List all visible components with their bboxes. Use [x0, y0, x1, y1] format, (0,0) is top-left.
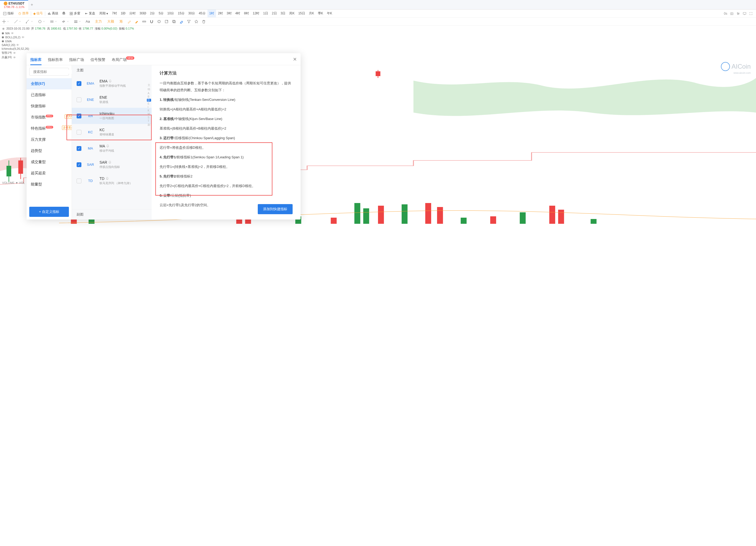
winrate-button[interactable]: 胜率: [16, 10, 31, 17]
pen-icon[interactable]: [127, 19, 131, 24]
eraser-icon[interactable]: [179, 19, 184, 24]
sidebar-market-index[interactable]: 市场指数PRO风向标: [27, 112, 72, 123]
interval-45分[interactable]: 45分: [197, 10, 207, 17]
replay-button[interactable]: 复盘: [82, 10, 97, 17]
indicator-item-kc[interactable]: KC KC 肯特纳通道: [72, 124, 152, 140]
filter-icon[interactable]: [187, 19, 191, 24]
interval-2时[interactable]: 2时: [216, 10, 225, 17]
interval-3日[interactable]: 3日: [279, 10, 288, 17]
indicator-item-sar[interactable]: SAR SAR 停损点指向指标: [72, 156, 152, 173]
interval-1时[interactable]: 1时: [207, 10, 216, 17]
svg-rect-18: [158, 20, 160, 23]
interval-分时[interactable]: 分时: [127, 10, 138, 17]
plan-button[interactable]: 筹: [118, 19, 124, 24]
shape-tool-icon[interactable]: [38, 19, 42, 24]
sidebar-featured[interactable]: 特色指标PRO多维看盘: [27, 123, 72, 134]
favorite-icon[interactable]: [194, 19, 198, 24]
monitor-icon[interactable]: [743, 12, 746, 15]
interval-15日[interactable]: 15日: [296, 10, 307, 17]
sidebar-quick[interactable]: 快捷指标: [27, 101, 72, 112]
add-to-quick-button[interactable]: 添加到快捷指标: [258, 204, 293, 214]
interval-周K[interactable]: 周K: [287, 10, 296, 17]
indicator-item-td[interactable]: TD TD 狄马克序列 （神奇九转）: [72, 173, 152, 189]
parallel-lines-icon[interactable]: [50, 19, 54, 24]
checkbox[interactable]: [77, 114, 81, 118]
multi-window-button[interactable]: 多窗: [68, 10, 82, 17]
interval-15分[interactable]: 15分: [176, 10, 186, 17]
stack-button[interactable]: 叠: [60, 10, 67, 17]
main-force-button[interactable]: 主力: [94, 19, 103, 24]
sidebar-overbought[interactable]: 超买超卖: [27, 168, 72, 179]
interval-30秒[interactable]: 30秒: [138, 10, 148, 17]
alpha-index[interactable]: 主特ABDEIKMST副: [147, 83, 151, 127]
svg-rect-3: [49, 12, 50, 15]
tab-layout-square[interactable]: 布局广场NEW: [112, 55, 135, 65]
interval-4时[interactable]: 4时: [234, 10, 242, 17]
anchor-tool-icon[interactable]: [157, 19, 161, 24]
interval-月K[interactable]: 月K: [307, 10, 316, 17]
wave-tool-icon[interactable]: [62, 19, 66, 24]
tab-indicator-winrate[interactable]: 指标胜率: [48, 55, 63, 65]
interval-季K[interactable]: 季K: [316, 10, 325, 17]
interval-5分[interactable]: 5分: [157, 10, 165, 17]
interval-12时[interactable]: 12时: [251, 10, 261, 17]
checkbox[interactable]: [77, 162, 81, 167]
tab-signal-alert[interactable]: 信号预警: [90, 55, 105, 65]
tab-indicator-lib[interactable]: 指标库: [30, 55, 41, 65]
settings-slider-icon[interactable]: [736, 12, 740, 15]
crosshair-icon[interactable]: [2, 19, 6, 24]
sidebar-support-resist[interactable]: 压力支撑: [27, 134, 72, 145]
ruler-icon[interactable]: [142, 19, 146, 24]
close-icon[interactable]: ✕: [293, 56, 297, 62]
brush-tool-icon[interactable]: [26, 19, 30, 24]
interval-30分[interactable]: 30分: [186, 10, 197, 17]
period-dropdown[interactable]: 周期 ▾: [97, 10, 110, 17]
sidebar-selected[interactable]: 已选指标: [27, 89, 72, 101]
indicator-item-ma[interactable]: MA MA 移动平均线: [72, 140, 152, 156]
interval-年K[interactable]: 年K: [325, 10, 334, 17]
fullscreen-icon[interactable]: [749, 12, 753, 15]
svg-rect-6: [72, 12, 73, 13]
search-input-wrapper[interactable]: [29, 68, 69, 76]
large-order-button[interactable]: 大额: [106, 19, 115, 24]
magnet-icon[interactable]: [149, 19, 154, 24]
interval-1日[interactable]: 1日: [261, 10, 270, 17]
search-input[interactable]: [33, 70, 78, 74]
note-icon[interactable]: [164, 19, 169, 24]
checkbox[interactable]: [77, 179, 81, 183]
interval-2日[interactable]: 2日: [270, 10, 279, 17]
trash-icon[interactable]: [202, 19, 206, 24]
checkbox[interactable]: [77, 130, 81, 135]
sidebar-all[interactable]: 全部(67): [27, 78, 72, 89]
copy-icon[interactable]: [172, 19, 176, 24]
sidebar-volume[interactable]: 成交量型: [27, 156, 72, 168]
camera-icon[interactable]: [730, 12, 734, 15]
signal-button[interactable]: ◆ 信号: [31, 10, 45, 17]
volume-label[interactable]: VOLUME ▼ VOL: [2, 181, 25, 184]
sidebar-energy[interactable]: 能量型: [27, 179, 72, 190]
indicator-item-ema[interactable]: EMA EMA 指数平滑移动平均线: [72, 75, 152, 92]
text-tool[interactable]: Aa: [85, 19, 91, 23]
interval-3时[interactable]: 3时: [225, 10, 234, 17]
checkbox[interactable]: [77, 146, 81, 151]
pair-tab[interactable]: ETH/USDT 1798.78 -1.11%: [0, 0, 28, 10]
indicator-button[interactable]: 指标: [1, 10, 16, 17]
interval-10分[interactable]: 10分: [165, 10, 176, 17]
add-tab-button[interactable]: +: [28, 2, 36, 7]
indicator-item-ene[interactable]: ENE ENE 轨道线: [72, 92, 152, 108]
checkbox[interactable]: [77, 97, 81, 102]
refresh-interval[interactable]: 0s: [724, 12, 727, 15]
interval-2分[interactable]: 2分: [148, 10, 157, 17]
custom-indicator-button[interactable]: + 自定义指标: [29, 207, 69, 217]
sidebar-trend[interactable]: 趋势型: [27, 145, 72, 156]
interval-7时[interactable]: 7时: [110, 10, 119, 17]
fib-tool-icon[interactable]: [74, 19, 78, 24]
line-tool-icon[interactable]: [14, 19, 18, 24]
highlighter-icon[interactable]: [135, 19, 139, 24]
advanced-button[interactable]: 高级: [45, 10, 60, 17]
tab-indicator-square[interactable]: 指标广场: [69, 55, 84, 65]
checkbox[interactable]: [77, 81, 81, 86]
interval-8时[interactable]: 8时: [242, 10, 251, 17]
interval-1秒[interactable]: 1秒: [119, 10, 128, 17]
indicator-item-ich[interactable]: Ich Ichimoku 一目均衡图: [72, 108, 152, 124]
